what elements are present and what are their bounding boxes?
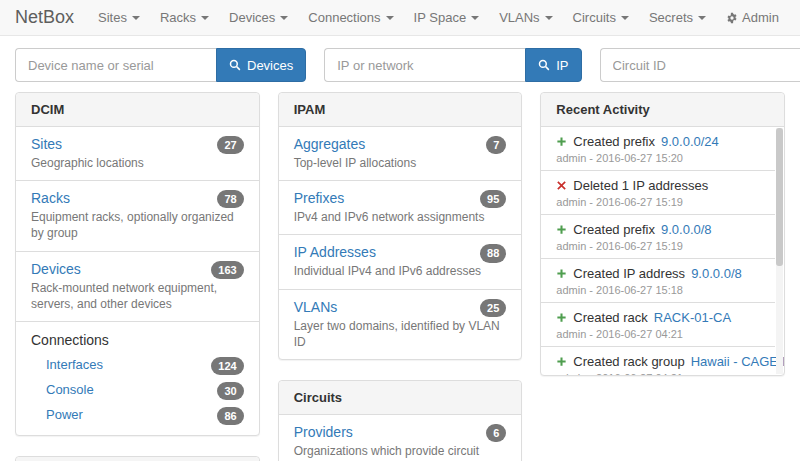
item-description: Layer two domains, identified by VLAN ID xyxy=(294,318,507,350)
activity-row: Created IP address 9.0.0.0/8 admin - 201… xyxy=(541,258,775,302)
count-badge: 78 xyxy=(217,190,243,208)
connections-block: Connections 124 Interfaces 30 Console 86… xyxy=(16,321,259,435)
chevron-down-icon xyxy=(545,16,553,20)
chevron-down-icon xyxy=(471,16,479,20)
item-description: IPv4 and IPv6 network assignments xyxy=(294,209,507,225)
plus-icon xyxy=(556,312,567,323)
connections-heading: Connections xyxy=(16,330,259,352)
nav-item-connections[interactable]: Connections xyxy=(298,10,403,25)
column-ipam: IPAM 7 Aggregates Top-level IP allocatio… xyxy=(278,92,523,461)
item-description: Geographic locations xyxy=(31,155,244,171)
panel-title: Circuits xyxy=(279,381,522,415)
admin-link[interactable]: Admin xyxy=(716,10,789,25)
circuit-search-input[interactable] xyxy=(600,48,800,82)
count-badge: 25 xyxy=(480,299,506,317)
ip-addresses-link[interactable]: IP Addresses xyxy=(294,244,376,260)
racks-link[interactable]: Racks xyxy=(31,190,70,206)
activity-meta: admin - 2016-06-27 15:19 xyxy=(556,240,763,252)
scrollbar-track[interactable] xyxy=(776,128,783,374)
activity-meta: admin - 2016-06-27 15:20 xyxy=(556,152,763,164)
activity-meta: admin - 2016-06-27 15:19 xyxy=(556,196,763,208)
list-item-racks: 78 Racks Equipment racks, optionally org… xyxy=(16,180,259,250)
activity-action: Created IP address xyxy=(573,266,685,281)
plus-icon xyxy=(556,136,567,147)
nav-item-vlans[interactable]: VLANs xyxy=(489,10,562,25)
device-search-group: Devices xyxy=(15,48,306,82)
search-icon xyxy=(229,59,241,71)
plus-icon xyxy=(556,224,567,235)
panel-title: DCIM xyxy=(16,93,259,127)
count-badge: 88 xyxy=(480,244,506,262)
search-row: Devices IP Circuits xyxy=(0,36,800,90)
nav-item-secrets[interactable]: Secrets xyxy=(639,10,716,25)
top-navbar: NetBox Sites Racks Devices Connections I… xyxy=(0,0,800,36)
list-item-aggregates: 7 Aggregates Top-level IP allocations xyxy=(279,127,522,180)
circuits-panel: Circuits 6 Providers Organizations which… xyxy=(278,380,523,461)
count-badge: 86 xyxy=(217,407,243,425)
circuit-search-group: Circuits xyxy=(600,48,800,82)
nav-item-devices[interactable]: Devices xyxy=(219,10,298,25)
activity-row: Created rack RACK-01-CA admin - 2016-06-… xyxy=(541,302,775,346)
activity-object-link[interactable]: 9.0.0.0/8 xyxy=(691,266,742,281)
delete-x-icon xyxy=(556,180,567,191)
prefixes-link[interactable]: Prefixes xyxy=(294,190,345,206)
nav-item-circuits[interactable]: Circuits xyxy=(563,10,639,25)
activity-object-link[interactable]: 9.0.0.0/8 xyxy=(661,222,712,237)
plus-icon xyxy=(556,268,567,279)
item-description: Individual IPv4 and IPv6 addresses xyxy=(294,263,507,279)
panel-title: Recent Activity xyxy=(541,93,784,127)
scrollbar-thumb[interactable] xyxy=(776,128,783,266)
nav-item-racks[interactable]: Racks xyxy=(150,10,219,25)
item-description: Top-level IP allocations xyxy=(294,155,507,171)
list-item-vlans: 25 VLANs Layer two domains, identified b… xyxy=(279,289,522,359)
ipam-panel: IPAM 7 Aggregates Top-level IP allocatio… xyxy=(278,92,523,360)
brand-logo[interactable]: NetBox xyxy=(15,7,74,28)
chevron-down-icon xyxy=(280,16,288,20)
secrets-panel: Secrets 0 Secrets Sensitive data (such a… xyxy=(15,456,260,461)
list-item-console: 30 Console xyxy=(16,377,259,402)
count-badge: 163 xyxy=(211,261,243,279)
devices-link[interactable]: Devices xyxy=(31,261,81,277)
ip-search-input[interactable] xyxy=(324,48,525,82)
chevron-down-icon xyxy=(132,16,140,20)
activity-object-link[interactable]: RACK-01-CA xyxy=(654,310,731,325)
activity-meta: admin - 2016-06-27 04:21 xyxy=(556,328,763,340)
aggregates-link[interactable]: Aggregates xyxy=(294,136,366,152)
count-badge: 6 xyxy=(486,424,506,442)
device-search-input[interactable] xyxy=(15,48,216,82)
dcim-panel: DCIM 27 Sites Geographic locations 78 Ra… xyxy=(15,92,260,436)
panel-title: Secrets xyxy=(16,457,259,461)
chevron-down-icon xyxy=(201,16,209,20)
item-description: Equipment racks, optionally organized by… xyxy=(31,209,244,241)
profile-link[interactable]: Profile xyxy=(789,10,800,25)
activity-object-link[interactable]: Hawaii - CAGE-DH1-01 xyxy=(691,354,784,369)
chevron-down-icon xyxy=(698,16,706,20)
recent-activity-panel: Recent Activity Created prefix 9.0.0.0/2… xyxy=(540,92,785,376)
list-item-sites: 27 Sites Geographic locations xyxy=(16,127,259,180)
list-item-power: 86 Power xyxy=(16,402,259,427)
console-link[interactable]: Console xyxy=(46,382,94,397)
count-badge: 7 xyxy=(486,136,506,154)
nav-item-ip-space[interactable]: IP Space xyxy=(404,10,490,25)
count-badge: 30 xyxy=(217,382,243,400)
power-link[interactable]: Power xyxy=(46,407,83,422)
activity-row: Created prefix 9.0.0.0/24 admin - 2016-0… xyxy=(541,127,775,170)
activity-row: Created prefix 9.0.0.0/8 admin - 2016-06… xyxy=(541,214,775,258)
item-description: Rack-mounted network equipment, servers,… xyxy=(31,280,244,312)
providers-link[interactable]: Providers xyxy=(294,424,353,440)
ip-search-button[interactable]: IP xyxy=(525,48,581,82)
activity-action: Created prefix xyxy=(573,134,655,149)
list-item-interfaces: 124 Interfaces xyxy=(16,352,259,377)
interfaces-link[interactable]: Interfaces xyxy=(46,357,103,372)
sites-link[interactable]: Sites xyxy=(31,136,62,152)
count-badge: 27 xyxy=(217,136,243,154)
activity-action: Created rack group xyxy=(573,354,684,369)
nav-item-sites[interactable]: Sites xyxy=(88,10,150,25)
chevron-down-icon xyxy=(621,16,629,20)
activity-object-link[interactable]: 9.0.0.0/24 xyxy=(661,134,719,149)
activity-action: Created rack xyxy=(573,310,647,325)
device-search-button[interactable]: Devices xyxy=(216,48,306,82)
list-item-prefixes: 95 Prefixes IPv4 and IPv6 network assign… xyxy=(279,180,522,234)
list-item-ip-addresses: 88 IP Addresses Individual IPv4 and IPv6… xyxy=(279,234,522,288)
vlans-link[interactable]: VLANs xyxy=(294,299,338,315)
